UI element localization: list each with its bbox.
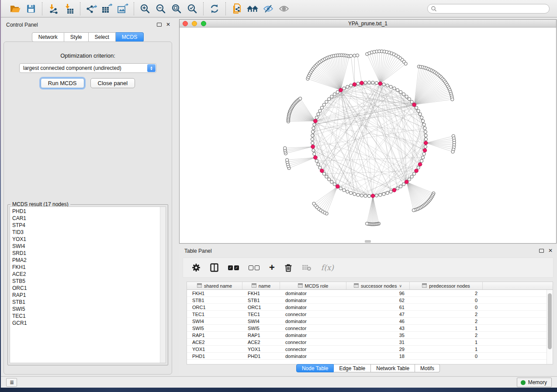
export-table-icon[interactable]	[100, 2, 114, 15]
table-row[interactable]: STB1STB1dominator620	[187, 297, 553, 304]
table-scrollbar-thumb[interactable]	[548, 293, 552, 349]
column-header-name[interactable]: name	[242, 282, 280, 289]
export-network-icon[interactable]	[85, 2, 98, 15]
tab-node-table[interactable]: Node Table	[296, 364, 334, 372]
list-item[interactable]: STB1	[10, 299, 166, 306]
list-item[interactable]: PHD1	[10, 207, 166, 215]
search-box[interactable]	[427, 4, 550, 14]
list-item[interactable]: STB5	[10, 278, 166, 285]
zoom-selected-icon[interactable]	[186, 2, 199, 15]
table-cell: YOX1	[242, 346, 280, 352]
close-panel-button[interactable]: Close panel	[90, 78, 135, 88]
save-session-icon[interactable]	[24, 2, 38, 15]
zoom-out-icon[interactable]	[154, 2, 167, 15]
column-header-shared-name[interactable]: shared name	[187, 282, 242, 289]
network-hscroll-thumb[interactable]	[365, 240, 371, 243]
tab-network[interactable]: Network	[32, 32, 64, 42]
table-row[interactable]: SWI5SWI5connector431	[187, 325, 553, 332]
table-cell: 46	[346, 318, 410, 324]
node-table[interactable]: shared namenameMCDS rolesuccessor nodes∨…	[187, 282, 553, 364]
control-panel-tab-bar: NetworkStyleSelectMCDS	[1, 32, 175, 42]
table-cell: 61	[346, 304, 410, 310]
table-row[interactable]: TEC1TEC1connector472	[187, 311, 553, 318]
add-column-icon[interactable]: +	[269, 263, 275, 272]
home-networks-icon[interactable]	[246, 2, 259, 15]
float-panel-icon[interactable]	[539, 249, 544, 253]
list-item[interactable]: ACE2	[10, 271, 166, 278]
list-item[interactable]: ORC1	[10, 285, 166, 292]
column-header-filler	[483, 282, 553, 289]
list-item[interactable]: SWI4	[10, 243, 166, 250]
table-scrollbar[interactable]	[547, 290, 553, 364]
table-row[interactable]: SWI4SWI4dominator462	[187, 318, 553, 325]
table-cell-filler	[483, 346, 553, 352]
list-item[interactable]: TEC1	[10, 313, 166, 320]
network-window-titlebar[interactable]: YPA_prune.txt_1	[180, 20, 556, 28]
list-item[interactable]: GCR1	[10, 320, 166, 327]
column-type-icon	[422, 283, 427, 289]
delete-table-icon	[302, 264, 311, 271]
table-row[interactable]: ACE2ACE2connector311	[187, 339, 553, 346]
split-columns-icon[interactable]	[210, 263, 218, 272]
function-builder-icon: f(x)	[321, 263, 334, 272]
deselect-checkboxes-icon[interactable]	[249, 265, 259, 270]
table-cell: 2	[410, 332, 483, 338]
tab-network-table[interactable]: Network Table	[371, 364, 415, 372]
table-row[interactable]: ORC1ORC1dominator610	[187, 304, 553, 311]
show-graphics-icon[interactable]	[277, 2, 291, 15]
table-row[interactable]: FKH1FKH1dominator962	[187, 290, 553, 297]
column-header-MCDS-role[interactable]: MCDS role	[280, 282, 346, 289]
list-item[interactable]: RAP1	[10, 292, 166, 299]
table-cell: 0	[410, 304, 483, 310]
criterion-select[interactable]: largest connected component (undirected)…	[19, 63, 156, 73]
select-all-checkboxes-icon[interactable]: ✓✓	[228, 265, 239, 270]
export-image-icon[interactable]	[116, 2, 129, 15]
table-row[interactable]: PHD1PHD1dominator180	[187, 353, 553, 360]
task-history-icon[interactable]: ≣	[6, 378, 17, 387]
column-type-icon	[298, 283, 303, 289]
memory-button[interactable]: Memory	[517, 378, 552, 387]
float-panel-icon[interactable]	[157, 23, 162, 27]
column-label: successor nodes	[361, 283, 397, 289]
mcds-result-list[interactable]: PHD1CAR1STP4TID3YOX1SWI4SRD1PMA2FKH1ACE2…	[10, 206, 166, 363]
list-item[interactable]: FKH1	[10, 264, 166, 271]
table-cell-filler	[483, 297, 553, 303]
list-item[interactable]: CAR1	[10, 215, 166, 222]
open-file-icon[interactable]	[9, 2, 22, 15]
memory-label: Memory	[528, 379, 547, 385]
import-table-icon[interactable]	[62, 2, 76, 15]
list-item[interactable]: SRD1	[10, 250, 166, 257]
hide-graphics-icon[interactable]	[262, 2, 275, 15]
list-item[interactable]: STP4	[10, 222, 166, 229]
list-item[interactable]: SWI5	[10, 306, 166, 313]
run-mcds-button[interactable]: Run MCDS	[41, 78, 84, 88]
close-panel-icon[interactable]: ✕	[548, 248, 553, 253]
tab-select[interactable]: Select	[89, 32, 116, 42]
table-cell-filler	[483, 353, 553, 359]
status-bar: ≣ Memory	[1, 376, 557, 388]
tab-motifs[interactable]: Motifs	[415, 364, 440, 372]
list-item[interactable]: YOX1	[10, 236, 166, 243]
zoom-fit-icon[interactable]	[170, 2, 183, 15]
share-document-icon[interactable]	[230, 2, 243, 15]
list-item[interactable]: PMA2	[10, 257, 166, 264]
tab-mcds[interactable]: MCDS	[116, 32, 144, 42]
column-header-successor-nodes[interactable]: successor nodes∨	[346, 282, 410, 289]
zoom-in-icon[interactable]	[138, 2, 152, 15]
network-canvas[interactable]	[180, 28, 556, 243]
close-panel-icon[interactable]: ✕	[166, 22, 170, 27]
table-cell: SWI5	[187, 325, 242, 331]
import-network-icon[interactable]	[47, 2, 60, 15]
list-item[interactable]: TID3	[10, 229, 166, 236]
column-header-predecessor-nodes[interactable]: predecessor nodes	[410, 282, 483, 289]
search-input[interactable]	[437, 5, 549, 13]
table-cell: 31	[346, 339, 410, 345]
result-list-scrollbar[interactable]	[160, 207, 166, 363]
delete-column-icon[interactable]	[284, 263, 292, 272]
table-row[interactable]: RAP1RAP1dominator352	[187, 332, 553, 339]
tab-style[interactable]: Style	[64, 32, 89, 42]
refresh-icon[interactable]	[208, 2, 221, 15]
tab-edge-table[interactable]: Edge Table	[334, 364, 371, 372]
table-row[interactable]: YOX1YOX1connector291	[187, 346, 553, 353]
settings-gear-icon[interactable]	[192, 263, 201, 272]
